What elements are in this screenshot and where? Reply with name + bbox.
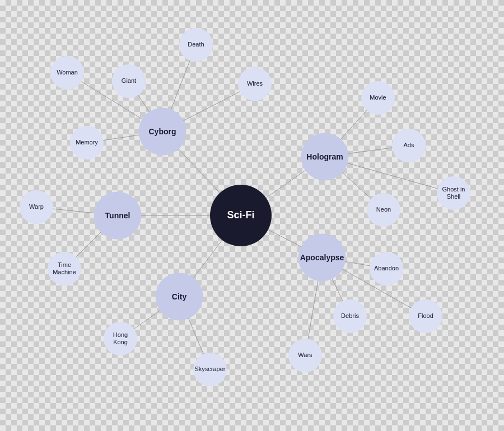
small-node-death[interactable]: Death: [179, 28, 213, 62]
small-node-movie[interactable]: Movie: [361, 81, 395, 115]
small-node-ghost-in-shell[interactable]: Ghost in Shell: [437, 176, 470, 210]
small-node-woman[interactable]: Woman: [50, 56, 84, 90]
small-node-ads[interactable]: Ads: [392, 129, 426, 162]
mid-node-hologram[interactable]: Hologram: [301, 133, 349, 181]
mid-node-city[interactable]: City: [156, 273, 203, 321]
small-node-hong-kong[interactable]: Hong Kong: [104, 322, 137, 355]
apocalypse-label: Apocalypse: [298, 251, 347, 265]
small-node-wars[interactable]: Wars: [288, 339, 322, 372]
tunnel-label: Tunnel: [103, 209, 133, 223]
cyborg-label: Cyborg: [147, 125, 179, 139]
small-node-memory[interactable]: Memory: [70, 126, 104, 160]
city-label: City: [170, 290, 189, 304]
mid-node-apocalypse[interactable]: Apocalypse: [298, 234, 346, 282]
small-node-warp[interactable]: Warp: [20, 190, 53, 224]
mid-node-cyborg[interactable]: Cyborg: [139, 108, 186, 156]
center-node[interactable]: Sci-Fi: [210, 185, 272, 246]
small-node-time-machine[interactable]: Time Machine: [48, 252, 81, 285]
small-node-skyscraper[interactable]: Skyscraper: [193, 353, 227, 386]
small-node-wires[interactable]: Wires: [238, 67, 272, 101]
hologram-label: Hologram: [304, 150, 345, 164]
small-node-giant[interactable]: Giant: [112, 64, 146, 98]
mid-node-tunnel[interactable]: Tunnel: [94, 192, 142, 240]
small-node-neon[interactable]: Neon: [367, 193, 400, 227]
small-node-flood[interactable]: Flood: [409, 299, 442, 333]
center-label: Sci-Fi: [225, 207, 256, 224]
mind-map-container: Sci-Fi Cyborg Tunnel City Hologram Apoca…: [0, 0, 504, 431]
small-node-abandon[interactable]: Abandon: [370, 252, 403, 285]
small-node-debris[interactable]: Debris: [333, 299, 367, 333]
